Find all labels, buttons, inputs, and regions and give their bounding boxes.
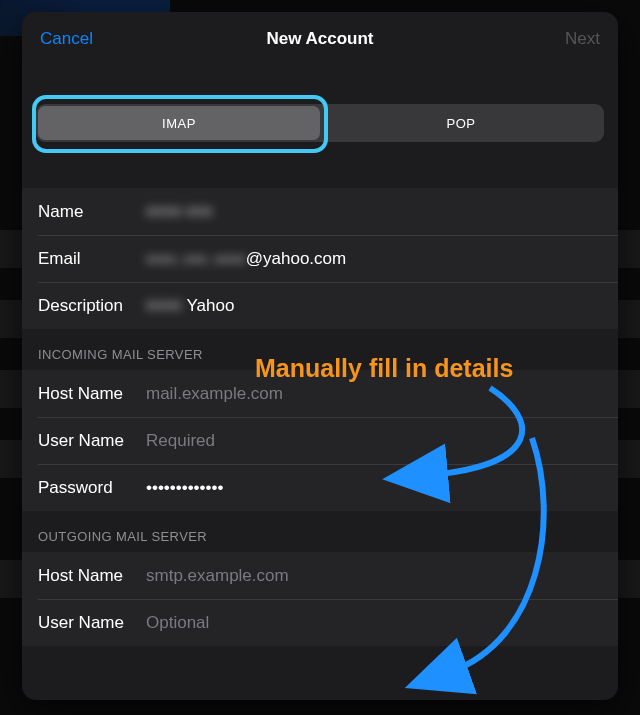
segment-pop[interactable]: POP [320,106,602,140]
description-row[interactable]: Description XXXX Yahoo [22,282,618,329]
redacted-text: XXXX XXX [146,205,213,219]
cancel-button[interactable]: Cancel [40,12,93,66]
description-visible: Yahoo [186,296,234,315]
outgoing-group: Host Name User Name [22,552,618,646]
email-suffix: @yahoo.com [246,249,346,268]
name-field[interactable]: XXXX XXX [146,202,602,222]
incoming-username-input[interactable] [146,431,602,451]
incoming-username-label: User Name [38,431,146,451]
incoming-hostname-input[interactable] [146,384,602,404]
outgoing-hostname-input[interactable] [146,566,602,586]
outgoing-hostname-row[interactable]: Host Name [22,552,618,599]
incoming-password-label: Password [38,478,146,498]
incoming-username-row[interactable]: User Name [22,417,618,464]
email-row[interactable]: Email xxxx_xxx_xxxx@yahoo.com [22,235,618,282]
description-label: Description [38,296,146,316]
protocol-segmented-control[interactable]: IMAP POP [36,104,604,142]
email-label: Email [38,249,146,269]
redacted-text: XXXX [146,299,182,313]
description-field[interactable]: XXXX Yahoo [146,296,602,316]
name-label: Name [38,202,146,222]
email-field[interactable]: xxxx_xxx_xxxx@yahoo.com [146,249,602,269]
outgoing-username-row[interactable]: User Name [22,599,618,646]
name-row[interactable]: Name XXXX XXX [22,188,618,235]
incoming-hostname-label: Host Name [38,384,146,404]
redacted-text: xxxx_xxx_xxxx [146,252,246,266]
account-info-group: Name XXXX XXX Email xxxx_xxx_xxxx@yahoo.… [22,188,618,329]
outgoing-hostname-label: Host Name [38,566,146,586]
incoming-group: Host Name User Name Password •••••••••••… [22,370,618,511]
title-bar: Cancel New Account Next [22,12,618,66]
outgoing-username-input[interactable] [146,613,602,633]
incoming-password-input[interactable]: ••••••••••••• [146,478,602,498]
incoming-password-row[interactable]: Password ••••••••••••• [22,464,618,511]
annotation-text: Manually fill in details [255,354,513,383]
segment-imap[interactable]: IMAP [38,106,320,140]
outgoing-section-header: Outgoing Mail Server [22,511,618,552]
page-title: New Account [266,29,373,48]
outgoing-username-label: User Name [38,613,146,633]
next-button: Next [565,12,600,66]
